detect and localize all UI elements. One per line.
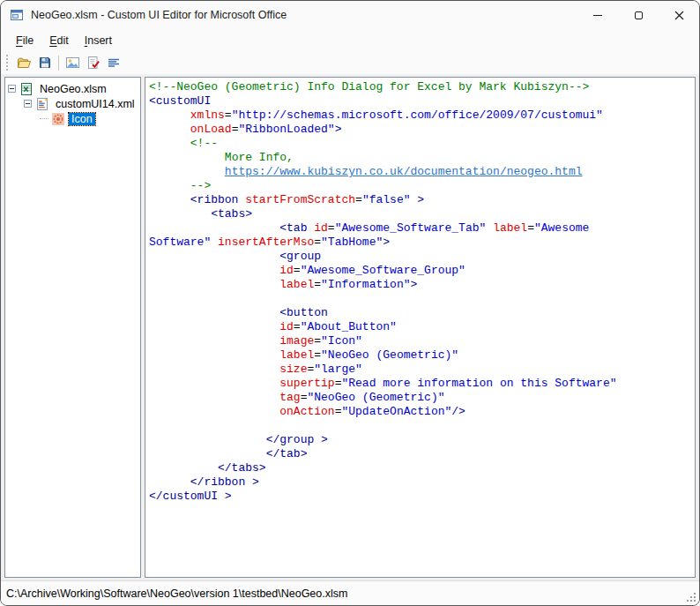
code-comment: <!--	[190, 137, 218, 150]
tree-expand-toggle[interactable]	[24, 100, 32, 108]
validate-xml-button[interactable]	[83, 53, 103, 72]
code-line: </customUI >	[149, 490, 695, 504]
code-plain	[149, 151, 225, 164]
tree-node-label[interactable]: Icon	[69, 113, 95, 125]
menu-bar: FileEditInsert	[1, 29, 699, 51]
code-attribute-value: "RibbonLoaded"	[238, 123, 334, 136]
menu-item-file[interactable]: File	[8, 32, 41, 49]
generate-callbacks-button[interactable]	[103, 53, 123, 72]
code-line	[149, 292, 695, 306]
code-plain	[149, 193, 190, 206]
code-plain	[149, 447, 266, 460]
code-plain	[149, 250, 279, 263]
code-plain	[149, 475, 190, 489]
status-file-path: C:\Archive\Working\Software\NeoGeo\versi…	[6, 587, 347, 600]
status-bar: C:\Archive\Working\Software\NeoGeo\versi…	[1, 580, 699, 605]
code-line: <tab id="Awesome_Software_Tab" label="Aw…	[149, 221, 695, 236]
code-attribute-name: id	[279, 264, 294, 277]
open-folder-icon	[17, 56, 32, 70]
tree-connector-line	[40, 118, 48, 119]
code-attribute-value: "NeoGeo (Geometric)"	[307, 391, 444, 404]
document-tree: NeoGeo.xlsmcustomUI14.xmlIcon	[4, 77, 141, 578]
code-line	[149, 419, 695, 433]
code-attribute-value: Software"	[149, 236, 211, 249]
code-attribute-value: "false"	[362, 193, 411, 206]
app-window: NeoGeo.xlsm - Custom UI Editor for Micro…	[0, 0, 700, 606]
code-line: <!--NeoGeo (Geometric) Info Dialog for E…	[149, 80, 695, 94]
code-hyperlink[interactable]: https://www.kubiszyn.co.uk/documentation…	[225, 165, 583, 178]
code-tag: </tab>	[266, 447, 308, 460]
code-plain: =	[225, 108, 232, 122]
titlebar[interactable]: NeoGeo.xlsm - Custom UI Editor for Micro…	[1, 1, 699, 29]
code-attribute-name: xmlns	[190, 108, 225, 122]
open-file-button[interactable]	[14, 53, 34, 72]
save-icon	[38, 56, 52, 70]
code-tag: <tabs>	[211, 207, 252, 221]
code-tag: >	[335, 123, 342, 136]
code-plain	[149, 264, 279, 277]
code-line: -->	[149, 179, 695, 193]
code-plain	[149, 221, 279, 235]
code-plain	[149, 108, 190, 122]
code-attribute-value: "Information"	[321, 278, 410, 291]
code-attribute-name: size	[279, 363, 307, 376]
code-plain	[149, 137, 190, 150]
code-line: </tabs>	[149, 461, 695, 475]
code-line: <ribbon startFromScratch="false" >	[149, 193, 695, 207]
code-line: label="NeoGeo (Geometric)"	[149, 348, 695, 363]
code-line: id="Awesome_Software_Group"	[149, 264, 695, 278]
code-plain	[486, 221, 493, 235]
code-editor[interactable]: <!--NeoGeo (Geometric) Info Dialog for E…	[145, 77, 696, 578]
code-line: xmlns="http://schemas.microsoft.com/offi…	[149, 108, 695, 123]
code-attribute-name: id	[279, 320, 294, 333]
close-button[interactable]	[659, 1, 699, 29]
code-attribute-value: "large"	[314, 363, 362, 376]
code-plain	[149, 165, 225, 178]
code-plain	[149, 123, 190, 136]
xml-file-icon	[35, 97, 49, 111]
tree-node-customui14-xml[interactable]: customUI14.xml	[5, 96, 140, 111]
code-line: More Info,	[149, 151, 695, 165]
minimize-icon	[593, 15, 602, 16]
code-plain: =	[294, 320, 301, 333]
maximize-icon	[635, 11, 643, 19]
code-plain	[149, 207, 211, 221]
code-attribute-name: insertAfterMso	[218, 236, 314, 249]
code-plain	[149, 306, 279, 319]
minimize-button[interactable]	[577, 1, 618, 29]
code-plain	[149, 461, 218, 475]
tree-node-label[interactable]: customUI14.xml	[53, 98, 138, 110]
tree-node-label[interactable]: NeoGeo.xlsm	[37, 83, 109, 95]
code-attribute-name: onLoad	[190, 123, 232, 136]
code-line: </tab>	[149, 447, 695, 461]
code-attribute-name: label	[279, 348, 314, 362]
menu-item-edit[interactable]: Edit	[41, 32, 77, 49]
toolbar-grip-handle[interactable]	[6, 55, 10, 71]
maximize-button[interactable]	[618, 1, 659, 29]
code-plain	[149, 363, 279, 376]
code-attribute-value: "TabHome"	[321, 236, 383, 249]
code-tag: </group >	[266, 433, 328, 446]
tree-node-icon[interactable]: Icon	[5, 111, 140, 126]
code-attribute-value: "UpdateOnAction"	[341, 405, 451, 418]
resize-grip[interactable]	[685, 591, 696, 602]
code-line: tag="NeoGeo (Geometric)"	[149, 391, 695, 405]
insert-image-icon	[65, 56, 80, 70]
tree-node-neogeo-xlsm[interactable]: NeoGeo.xlsm	[5, 81, 140, 96]
menu-item-insert[interactable]: Insert	[77, 32, 120, 49]
code-attribute-value: "Awesome_Software_Group"	[301, 264, 465, 277]
save-button[interactable]	[34, 53, 55, 72]
code-line: https://www.kubiszyn.co.uk/documentation…	[149, 165, 695, 179]
insert-icons-button[interactable]	[63, 53, 83, 72]
code-tag: <customUI	[149, 94, 211, 108]
excel-workbook-icon	[19, 82, 34, 96]
code-line: <group	[149, 250, 695, 264]
code-attribute-name: label	[493, 221, 527, 235]
code-plain	[149, 377, 279, 390]
code-plain	[149, 320, 279, 333]
code-line: id="About_Button"	[149, 320, 695, 334]
code-attribute-name: tag	[279, 391, 300, 404]
code-attribute-name: id	[314, 221, 328, 235]
code-plain: =	[314, 278, 321, 291]
tree-expand-toggle[interactable]	[8, 85, 16, 93]
